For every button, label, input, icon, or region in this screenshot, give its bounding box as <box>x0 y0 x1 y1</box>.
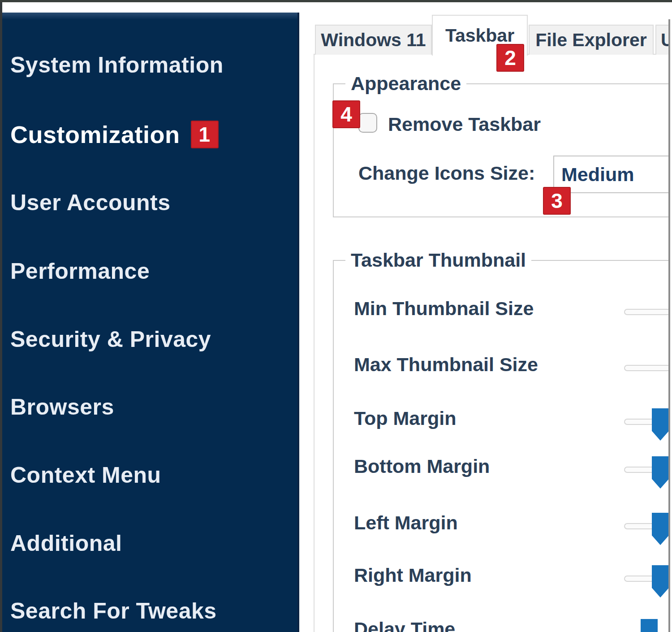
annotation-badge-3: 3 <box>543 187 571 215</box>
content-panel-left-border <box>314 54 314 632</box>
min-thumbnail-size-label: Min Thumbnail Size <box>354 298 534 320</box>
change-icons-size-label: Change Icons Size: <box>358 162 535 184</box>
max-thumbnail-size-label: Max Thumbnail Size <box>354 354 538 376</box>
remove-taskbar-label: Remove Taskbar <box>388 113 541 135</box>
sidebar-item-security-privacy[interactable]: Security & Privacy <box>10 325 211 353</box>
appearance-groupbox: Appearance <box>333 83 670 217</box>
tab-windows-11[interactable]: Windows 11 <box>315 25 432 55</box>
sidebar-item-label: System Information <box>10 52 224 78</box>
sidebar-item-label: Additional <box>10 530 122 556</box>
right-margin-label: Right Margin <box>354 564 472 586</box>
sidebar: System Information Customization 1 User … <box>2 13 299 632</box>
delay-time-slider-thumb[interactable] <box>641 619 658 632</box>
sidebar-item-performance[interactable]: Performance <box>10 257 150 285</box>
tab-label: File Explorer <box>535 30 646 51</box>
sidebar-item-user-accounts[interactable]: User Accounts <box>10 189 171 216</box>
icons-size-selected-value: Medium <box>561 164 634 186</box>
annotation-badge-1: 1 <box>191 121 219 148</box>
tab-label: Windows 11 <box>321 30 426 51</box>
appearance-group-title: Appearance <box>345 73 466 95</box>
delay-time-label: Delay Time <box>354 618 455 632</box>
sidebar-item-system-information[interactable]: System Information <box>10 51 224 79</box>
icons-size-dropdown[interactable]: Medium <box>553 156 670 193</box>
sidebar-item-customization[interactable]: Customization 1 <box>10 121 219 148</box>
window-right-edge <box>668 19 670 632</box>
taskbar-thumbnail-group-title: Taskbar Thumbnail <box>345 249 531 271</box>
sidebar-item-label: Customization <box>10 121 180 148</box>
window-top-edge <box>0 0 672 2</box>
annotation-badge-4: 4 <box>332 100 360 128</box>
tab-file-explorer[interactable]: File Explorer <box>529 25 654 55</box>
max-thumbnail-size-slider-track[interactable] <box>624 365 670 371</box>
remove-taskbar-checkbox[interactable] <box>358 113 377 133</box>
annotation-badge-2: 2 <box>496 44 524 72</box>
tab-label: Taskbar <box>445 25 514 46</box>
sidebar-item-additional[interactable]: Additional <box>10 529 122 557</box>
sidebar-item-label: Performance <box>10 258 150 284</box>
sidebar-item-label: Context Menu <box>10 462 161 488</box>
top-margin-label: Top Margin <box>354 407 457 429</box>
app-window: System Information Customization 1 User … <box>0 0 672 632</box>
sidebar-item-browsers[interactable]: Browsers <box>10 393 114 421</box>
left-margin-label: Left Margin <box>354 512 458 534</box>
sidebar-item-label: Security & Privacy <box>10 326 211 352</box>
sidebar-item-label: User Accounts <box>10 190 171 216</box>
bottom-margin-label: Bottom Margin <box>354 455 490 477</box>
sidebar-item-context-menu[interactable]: Context Menu <box>10 461 161 489</box>
min-thumbnail-size-slider-track[interactable] <box>624 309 670 315</box>
sidebar-item-label: Browsers <box>10 394 114 420</box>
sidebar-item-search-for-tweaks[interactable]: Search For Tweaks <box>10 597 217 625</box>
sidebar-item-label: Search For Tweaks <box>10 598 217 624</box>
